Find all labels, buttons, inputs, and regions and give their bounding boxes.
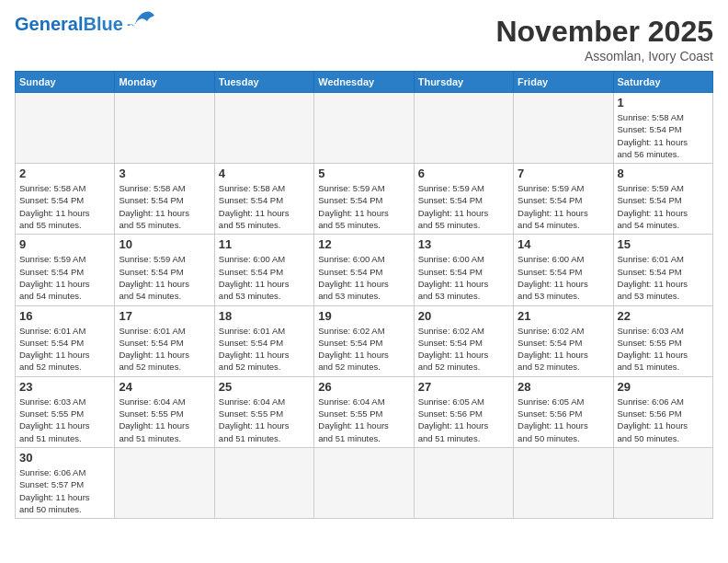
- day-info: Sunrise: 6:00 AM Sunset: 5:54 PM Dayligh…: [219, 253, 310, 302]
- logo-blue: Blue: [83, 14, 122, 34]
- day-number: 27: [418, 380, 509, 394]
- day-number: 23: [19, 380, 110, 394]
- table-row: [214, 447, 313, 518]
- calendar-week-row: 23Sunrise: 6:03 AM Sunset: 5:55 PM Dayli…: [16, 376, 713, 447]
- day-number: 30: [19, 451, 110, 465]
- table-row: [514, 93, 613, 164]
- day-info: Sunrise: 5:59 AM Sunset: 5:54 PM Dayligh…: [518, 182, 609, 231]
- day-number: 3: [119, 167, 210, 180]
- header-thursday: Thursday: [414, 72, 513, 93]
- day-number: 4: [219, 167, 310, 180]
- calendar-table: Sunday Monday Tuesday Wednesday Thursday…: [15, 71, 713, 519]
- calendar-week-row: 1Sunrise: 5:58 AM Sunset: 5:54 PM Daylig…: [16, 93, 713, 164]
- table-row: 19Sunrise: 6:02 AM Sunset: 5:54 PM Dayli…: [314, 305, 414, 376]
- day-number: 18: [219, 309, 310, 323]
- calendar-week-row: 30Sunrise: 6:06 AM Sunset: 5:57 PM Dayli…: [16, 447, 713, 518]
- day-info: Sunrise: 5:59 AM Sunset: 5:54 PM Dayligh…: [119, 253, 210, 302]
- day-info: Sunrise: 6:05 AM Sunset: 5:56 PM Dayligh…: [518, 396, 609, 444]
- day-info: Sunrise: 6:00 AM Sunset: 5:54 PM Dayligh…: [318, 253, 409, 302]
- table-row: [16, 93, 115, 164]
- table-row: 12Sunrise: 6:00 AM Sunset: 5:54 PM Dayli…: [314, 235, 414, 305]
- day-number: 9: [19, 237, 110, 251]
- table-row: [115, 93, 214, 164]
- header-saturday: Saturday: [613, 72, 712, 93]
- calendar-week-row: 9Sunrise: 5:59 AM Sunset: 5:54 PM Daylig…: [16, 235, 713, 305]
- table-row: 16Sunrise: 6:01 AM Sunset: 5:54 PM Dayli…: [16, 305, 115, 376]
- day-info: Sunrise: 6:02 AM Sunset: 5:54 PM Dayligh…: [318, 325, 409, 373]
- day-info: Sunrise: 6:04 AM Sunset: 5:55 PM Dayligh…: [119, 396, 210, 444]
- page-header: GeneralBlue November 2025 Assomlan, Ivor…: [15, 15, 713, 63]
- table-row: 20Sunrise: 6:02 AM Sunset: 5:54 PM Dayli…: [414, 305, 513, 376]
- table-row: 2Sunrise: 5:58 AM Sunset: 5:54 PM Daylig…: [16, 164, 115, 235]
- table-row: 30Sunrise: 6:06 AM Sunset: 5:57 PM Dayli…: [16, 447, 115, 518]
- day-number: 16: [19, 309, 110, 323]
- day-number: 2: [19, 167, 110, 180]
- day-info: Sunrise: 6:06 AM Sunset: 5:56 PM Dayligh…: [618, 396, 709, 444]
- table-row: [514, 447, 613, 518]
- day-info: Sunrise: 6:03 AM Sunset: 5:55 PM Dayligh…: [19, 396, 110, 444]
- day-number: 20: [418, 309, 509, 323]
- day-number: 29: [618, 380, 709, 394]
- table-row: 17Sunrise: 6:01 AM Sunset: 5:54 PM Dayli…: [115, 305, 214, 376]
- day-number: 17: [119, 309, 210, 323]
- day-info: Sunrise: 5:59 AM Sunset: 5:54 PM Dayligh…: [318, 182, 409, 231]
- table-row: 7Sunrise: 5:59 AM Sunset: 5:54 PM Daylig…: [514, 164, 613, 235]
- table-row: 8Sunrise: 5:59 AM Sunset: 5:54 PM Daylig…: [613, 164, 712, 235]
- day-number: 19: [318, 309, 409, 323]
- day-info: Sunrise: 6:00 AM Sunset: 5:54 PM Dayligh…: [518, 253, 609, 302]
- day-info: Sunrise: 5:58 AM Sunset: 5:54 PM Dayligh…: [219, 182, 310, 231]
- table-row: 24Sunrise: 6:04 AM Sunset: 5:55 PM Dayli…: [115, 376, 214, 447]
- table-row: [414, 93, 513, 164]
- day-number: 14: [518, 237, 609, 251]
- table-row: 9Sunrise: 5:59 AM Sunset: 5:54 PM Daylig…: [16, 235, 115, 305]
- day-info: Sunrise: 5:58 AM Sunset: 5:54 PM Dayligh…: [19, 182, 110, 231]
- day-info: Sunrise: 6:03 AM Sunset: 5:55 PM Dayligh…: [618, 325, 709, 373]
- day-number: 28: [518, 380, 609, 394]
- table-row: [414, 447, 513, 518]
- day-info: Sunrise: 6:06 AM Sunset: 5:57 PM Dayligh…: [19, 466, 110, 515]
- day-number: 7: [518, 167, 609, 180]
- day-info: Sunrise: 6:00 AM Sunset: 5:54 PM Dayligh…: [418, 253, 509, 302]
- table-row: 18Sunrise: 6:01 AM Sunset: 5:54 PM Dayli…: [214, 305, 313, 376]
- day-info: Sunrise: 6:01 AM Sunset: 5:54 PM Dayligh…: [219, 325, 310, 373]
- day-info: Sunrise: 6:04 AM Sunset: 5:55 PM Dayligh…: [219, 396, 310, 444]
- month-title: November 2025: [495, 15, 713, 49]
- day-number: 8: [618, 167, 709, 180]
- day-info: Sunrise: 6:01 AM Sunset: 5:54 PM Dayligh…: [618, 253, 709, 302]
- calendar-header-row: Sunday Monday Tuesday Wednesday Thursday…: [16, 72, 713, 93]
- table-row: [115, 447, 214, 518]
- calendar-week-row: 16Sunrise: 6:01 AM Sunset: 5:54 PM Dayli…: [16, 305, 713, 376]
- table-row: 10Sunrise: 5:59 AM Sunset: 5:54 PM Dayli…: [115, 235, 214, 305]
- header-sunday: Sunday: [16, 72, 115, 93]
- day-info: Sunrise: 5:59 AM Sunset: 5:54 PM Dayligh…: [19, 253, 110, 302]
- day-number: 22: [618, 309, 709, 323]
- day-info: Sunrise: 6:01 AM Sunset: 5:54 PM Dayligh…: [19, 325, 110, 373]
- header-monday: Monday: [115, 72, 214, 93]
- table-row: 29Sunrise: 6:06 AM Sunset: 5:56 PM Dayli…: [613, 376, 712, 447]
- title-block: November 2025 Assomlan, Ivory Coast: [495, 15, 713, 63]
- table-row: 4Sunrise: 5:58 AM Sunset: 5:54 PM Daylig…: [214, 164, 313, 235]
- day-number: 6: [418, 167, 509, 180]
- table-row: 23Sunrise: 6:03 AM Sunset: 5:55 PM Dayli…: [16, 376, 115, 447]
- day-info: Sunrise: 5:59 AM Sunset: 5:54 PM Dayligh…: [618, 182, 709, 231]
- table-row: [314, 447, 414, 518]
- day-number: 24: [119, 380, 210, 394]
- table-row: 22Sunrise: 6:03 AM Sunset: 5:55 PM Dayli…: [613, 305, 712, 376]
- table-row: 21Sunrise: 6:02 AM Sunset: 5:54 PM Dayli…: [514, 305, 613, 376]
- logo-bird-icon: [127, 10, 156, 30]
- day-number: 10: [119, 237, 210, 251]
- header-friday: Friday: [514, 72, 613, 93]
- day-number: 13: [418, 237, 509, 251]
- table-row: 15Sunrise: 6:01 AM Sunset: 5:54 PM Dayli…: [613, 235, 712, 305]
- day-info: Sunrise: 6:02 AM Sunset: 5:54 PM Dayligh…: [418, 325, 509, 373]
- table-row: 28Sunrise: 6:05 AM Sunset: 5:56 PM Dayli…: [514, 376, 613, 447]
- table-row: [613, 447, 712, 518]
- location: Assomlan, Ivory Coast: [495, 49, 713, 63]
- table-row: [214, 93, 313, 164]
- day-info: Sunrise: 5:58 AM Sunset: 5:54 PM Dayligh…: [119, 182, 210, 231]
- day-info: Sunrise: 6:04 AM Sunset: 5:55 PM Dayligh…: [318, 396, 409, 444]
- table-row: 25Sunrise: 6:04 AM Sunset: 5:55 PM Dayli…: [214, 376, 313, 447]
- day-number: 15: [618, 237, 709, 251]
- day-info: Sunrise: 5:59 AM Sunset: 5:54 PM Dayligh…: [418, 182, 509, 231]
- table-row: 27Sunrise: 6:05 AM Sunset: 5:56 PM Dayli…: [414, 376, 513, 447]
